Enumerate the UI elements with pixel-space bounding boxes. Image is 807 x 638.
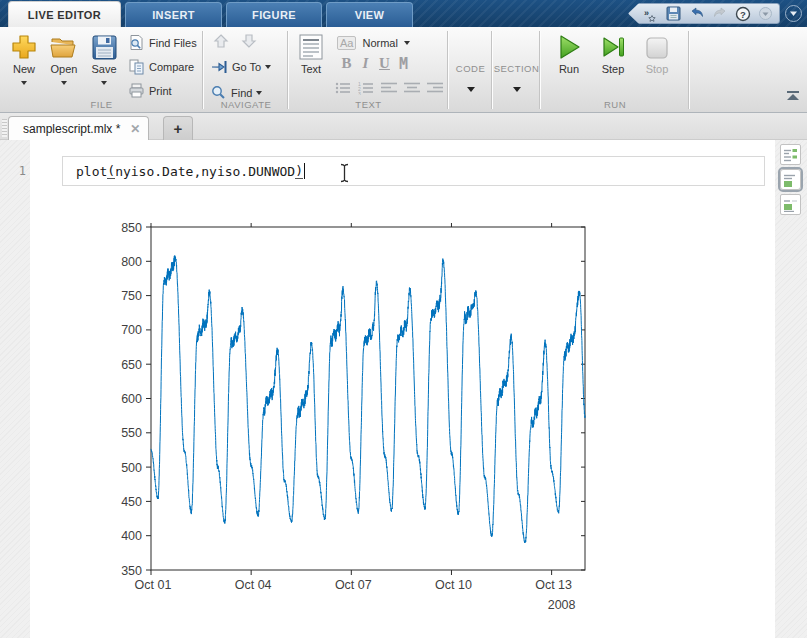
code-group-button[interactable]: CODE	[449, 27, 492, 113]
code-group-label: CODE	[449, 63, 492, 74]
run-group-label: RUN	[541, 99, 689, 110]
document-tab-samplescript[interactable]: samplescript.mlx * ✕	[8, 116, 149, 140]
view-hide-code-icon[interactable]	[780, 194, 801, 215]
y-tick-label: 700	[121, 323, 142, 337]
align-right-icon[interactable]	[427, 81, 443, 95]
text-label: Text	[293, 63, 329, 75]
new-label: New	[4, 63, 44, 75]
tab-live-editor[interactable]: LIVE EDITOR	[8, 1, 121, 27]
ribbon: New Open Save Find Files	[0, 27, 807, 113]
compare-button[interactable]: Compare	[128, 57, 194, 76]
align-left-icon[interactable]	[381, 81, 397, 95]
section-group-label: SECTION	[493, 63, 540, 74]
open-button[interactable]: Open	[44, 31, 84, 87]
back-up-icon[interactable]	[212, 32, 230, 50]
stop-label: Stop	[637, 63, 677, 75]
find-files-button[interactable]: Find Files	[128, 33, 197, 52]
titlebar-dropdown-icon[interactable]	[785, 5, 802, 22]
group-divider	[287, 31, 288, 109]
load-series-line	[151, 256, 585, 543]
close-icon[interactable]: ✕	[130, 122, 140, 136]
format-buttons: B I U M	[337, 55, 413, 73]
forward-down-icon[interactable]	[240, 32, 258, 50]
x-tick-label: Oct 04	[235, 578, 272, 592]
text-group-label: TEXT	[289, 99, 448, 110]
ribbon-group-text: Text Aa Normal B I U M 123 TEXT	[289, 27, 448, 113]
goto-dropdown-caret[interactable]	[265, 65, 271, 69]
x-axis-year-label: 2008	[548, 598, 576, 612]
goto-icon	[210, 59, 228, 75]
ribbon-tab-bar: LIVE EDITOR INSERT FIGURE VIEW » ?	[0, 0, 807, 27]
quickbar-dropdown-icon[interactable]	[758, 5, 774, 22]
compare-label: Compare	[149, 61, 194, 73]
run-label: Run	[549, 63, 589, 75]
bold-button[interactable]: B	[337, 55, 356, 73]
x-tick-label: Oct 01	[135, 578, 172, 592]
y-tick-label: 850	[121, 221, 142, 235]
live-script-document: 1 plot(nyiso.Date,nyiso.DUNWOD) 35040045…	[0, 140, 807, 638]
tab-view[interactable]: VIEW	[326, 2, 413, 27]
y-tick-label: 500	[121, 461, 142, 475]
left-gutter: 1	[0, 140, 30, 638]
tab-figure[interactable]: FIGURE	[226, 2, 322, 27]
undo-icon[interactable]	[689, 5, 705, 22]
shortcuts-icon[interactable]: »	[643, 5, 659, 22]
find-files-icon	[128, 34, 145, 51]
print-button[interactable]: Print	[128, 81, 172, 100]
quick-access-toolbar: » ?	[628, 3, 780, 24]
save-dropdown-caret[interactable]	[101, 81, 107, 85]
tab-insert[interactable]: INSERT	[125, 2, 222, 27]
view-output-inline-icon[interactable]	[780, 144, 801, 165]
new-document-tab-button[interactable]: +	[163, 116, 193, 140]
right-gutter	[775, 140, 807, 638]
stop-icon	[637, 31, 677, 61]
find-dropdown-caret[interactable]	[256, 91, 262, 95]
open-icon	[44, 31, 84, 61]
save-icon[interactable]	[666, 5, 682, 22]
open-dropdown-caret[interactable]	[61, 81, 67, 85]
new-button[interactable]: New	[4, 31, 44, 87]
y-tick-label: 550	[121, 426, 142, 440]
ribbon-group-file: New Open Save Find Files	[0, 27, 203, 113]
numbered-list-icon[interactable]: 123	[358, 81, 374, 95]
save-button[interactable]: Save	[84, 31, 124, 87]
style-dropdown-caret[interactable]	[404, 41, 410, 45]
text-button[interactable]: Text	[293, 31, 329, 75]
stop-button[interactable]: Stop	[637, 31, 677, 75]
underline-button[interactable]: U	[375, 55, 394, 73]
code-group-caret	[467, 87, 475, 92]
print-label: Print	[149, 85, 172, 97]
y-tick-label: 450	[121, 495, 142, 509]
monospace-button[interactable]: M	[394, 55, 413, 73]
run-icon	[549, 31, 589, 61]
run-button[interactable]: Run	[549, 31, 589, 75]
style-aa-icon: Aa	[337, 36, 356, 50]
redo-icon[interactable]	[712, 5, 728, 22]
style-select[interactable]: Aa Normal	[337, 33, 410, 52]
align-center-icon[interactable]	[404, 81, 420, 95]
figure-output-plot[interactable]: 350400450500550600650700750800850Oct 01O…	[30, 140, 775, 638]
goto-button[interactable]: Go To	[210, 57, 271, 76]
open-label: Open	[44, 63, 84, 75]
navigate-arrows	[212, 31, 258, 50]
new-icon	[4, 31, 44, 61]
plot-axes	[151, 227, 585, 570]
italic-button[interactable]: I	[356, 55, 375, 73]
list-align-buttons: 123	[335, 81, 443, 95]
file-group-label: FILE	[0, 99, 203, 110]
bullet-list-icon[interactable]	[335, 81, 351, 95]
ribbon-group-code: CODE	[449, 27, 492, 113]
minimize-ribbon-icon[interactable]	[786, 91, 800, 101]
help-icon[interactable]: ?	[735, 5, 751, 22]
group-divider	[447, 31, 448, 109]
section-group-caret	[513, 87, 521, 92]
view-output-below-icon[interactable]	[780, 169, 801, 190]
compare-icon	[128, 58, 145, 75]
new-dropdown-caret[interactable]	[21, 81, 27, 85]
step-label: Step	[593, 63, 633, 75]
step-button[interactable]: Step	[593, 31, 633, 75]
ribbon-group-navigate: Go To Find NAVIGATE	[204, 27, 288, 113]
tabstrip-grip[interactable]	[2, 119, 7, 137]
section-group-button[interactable]: SECTION	[493, 27, 540, 113]
svg-text:3: 3	[358, 91, 361, 96]
